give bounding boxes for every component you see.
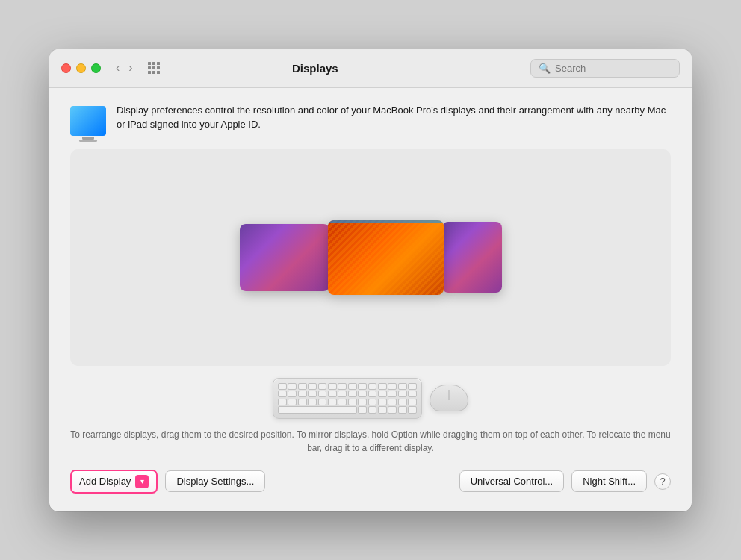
traffic-lights [61,63,101,73]
bottom-buttons: Add Display ▾ Display Settings... Univer… [70,470,671,494]
title-bar: ‹ › Displays 🔍 [49,49,692,88]
night-shift-button[interactable]: Night Shift... [571,470,647,492]
monitor-left[interactable] [240,224,329,291]
add-display-chevron-icon: ▾ [135,475,149,488]
search-bar[interactable]: 🔍 [530,59,680,78]
add-display-button[interactable]: Add Display ▾ [70,470,158,494]
display-settings-button[interactable]: Display Settings... [165,470,265,492]
minimize-button[interactable] [76,63,86,73]
monitor-right[interactable] [442,222,502,293]
info-row: Display preferences control the resoluti… [70,103,671,136]
add-display-label: Add Display [79,476,131,487]
display-icon [70,106,106,136]
hint-text: To rearrange displays, drag them to the … [70,428,671,455]
maximize-button[interactable] [91,63,101,73]
monitors-container [240,220,502,295]
peripherals-area [70,378,671,419]
content-area: Display preferences control the resoluti… [49,88,692,511]
mouse-icon [430,385,468,411]
display-arrangement-area[interactable] [70,149,671,366]
info-description: Display preferences control the resoluti… [117,103,671,132]
system-preferences-window: ‹ › Displays 🔍 Display preferences contr… [49,49,692,511]
window-title: Displays [109,62,521,75]
search-input[interactable] [555,63,667,74]
universal-control-button[interactable]: Universal Control... [459,470,565,492]
keyboard-icon [273,378,422,419]
help-button[interactable]: ? [654,473,671,490]
search-icon: 🔍 [539,63,551,74]
close-button[interactable] [61,63,71,73]
monitor-center[interactable] [328,220,444,295]
